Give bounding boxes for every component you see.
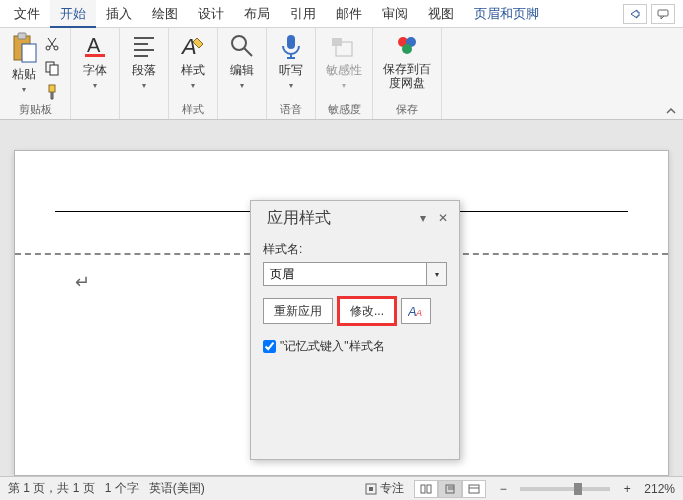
svg-rect-10 (85, 54, 105, 57)
view-read-button[interactable] (414, 480, 438, 498)
svg-text:A: A (87, 34, 101, 56)
zoom-out-button[interactable]: − (496, 482, 510, 496)
microphone-icon (277, 32, 305, 60)
svg-point-5 (54, 46, 58, 50)
tab-insert[interactable]: 插入 (96, 0, 142, 28)
view-web-button[interactable] (462, 480, 486, 498)
styles-label: 样式 (181, 62, 205, 79)
style-name-combo: ▾ (263, 262, 447, 286)
svg-rect-29 (427, 485, 431, 493)
font-label: 字体 (83, 62, 107, 79)
ribbon-group-voice: 听写 ▾ 语音 (267, 28, 316, 119)
ribbon-group-styles: A 样式 ▾ 样式 (169, 28, 218, 119)
cut-button[interactable] (44, 36, 60, 52)
pane-close-button[interactable]: ✕ (433, 208, 453, 228)
svg-text:A: A (180, 34, 197, 59)
svg-rect-8 (49, 85, 55, 92)
pane-titlebar[interactable]: 应用样式 ▾ ✕ (251, 201, 459, 235)
status-pages[interactable]: 第 1 页，共 1 页 (8, 480, 95, 497)
svg-rect-20 (332, 38, 342, 46)
print-layout-icon (444, 484, 456, 494)
zoom-slider[interactable] (520, 487, 610, 491)
voice-group-label: 语音 (280, 101, 302, 117)
pane-options-button[interactable]: ▾ (413, 208, 433, 228)
style-name-label: 样式名: (263, 241, 447, 258)
svg-rect-2 (18, 33, 26, 39)
status-words[interactable]: 1 个字 (105, 480, 139, 497)
styles-button[interactable]: A 样式 ▾ (179, 32, 207, 90)
styles-group-label: 样式 (182, 101, 204, 117)
zoom-in-button[interactable]: + (620, 482, 634, 496)
focus-icon (365, 483, 377, 495)
ribbon-group-save: 保存到百度网盘 保存 (373, 28, 442, 119)
status-language[interactable]: 英语(美国) (149, 480, 205, 497)
status-bar: 第 1 页，共 1 页 1 个字 英语(美国) 专注 − + 212% (0, 476, 683, 500)
style-name-dropdown-button[interactable]: ▾ (426, 263, 446, 285)
tab-layout[interactable]: 布局 (234, 0, 280, 28)
sensitivity-label: 敏感性 (326, 62, 362, 79)
styles-pane-launcher-button[interactable]: AA (401, 298, 431, 324)
svg-rect-3 (22, 44, 36, 62)
chevron-down-icon: ▾ (93, 81, 97, 90)
share-button[interactable] (623, 4, 647, 24)
ribbon-group-editing: 编辑 ▾ (218, 28, 267, 119)
tab-design[interactable]: 设计 (188, 0, 234, 28)
svg-point-16 (232, 36, 246, 50)
svg-rect-28 (421, 485, 425, 493)
focus-mode-button[interactable]: 专注 (365, 480, 404, 497)
format-painter-button[interactable] (44, 84, 60, 100)
brush-icon (44, 84, 60, 100)
editing-button[interactable]: 编辑 ▾ (228, 32, 256, 90)
chevron-down-icon: ▾ (342, 81, 346, 90)
baidu-save-button[interactable]: 保存到百度网盘 (383, 32, 431, 91)
save-group-label: 保存 (396, 101, 418, 117)
paragraph-button[interactable]: 段落 ▾ (130, 32, 158, 90)
comment-icon (657, 8, 669, 20)
sensitivity-group-label: 敏感度 (328, 101, 361, 117)
tab-file[interactable]: 文件 (4, 0, 50, 28)
ribbon: 粘贴 ▾ 剪贴板 A 字体 ▾ 段落 ▾ (0, 28, 683, 120)
share-icon (629, 8, 641, 20)
dictate-button[interactable]: 听写 ▾ (277, 32, 305, 90)
tab-draw[interactable]: 绘图 (142, 0, 188, 28)
copy-icon (44, 60, 60, 76)
tab-references[interactable]: 引用 (280, 0, 326, 28)
pane-title-text: 应用样式 (267, 208, 413, 229)
svg-rect-27 (369, 487, 373, 491)
tab-home[interactable]: 开始 (50, 0, 96, 28)
ribbon-collapse-button[interactable] (659, 103, 683, 119)
tab-review[interactable]: 审阅 (372, 0, 418, 28)
reapply-button[interactable]: 重新应用 (263, 298, 333, 324)
paragraph-mark: ↵ (75, 271, 90, 293)
tab-header-footer[interactable]: 页眉和页脚 (464, 0, 549, 28)
svg-text:A: A (415, 308, 422, 318)
chevron-up-icon (665, 105, 677, 117)
chevron-down-icon: ▾ (240, 81, 244, 90)
autocomplete-checkbox-row[interactable]: "记忆式键入"样式名 (263, 338, 447, 355)
web-layout-icon (468, 484, 480, 494)
sensitivity-button[interactable]: 敏感性 ▾ (326, 32, 362, 90)
autocomplete-checkbox[interactable] (263, 340, 276, 353)
svg-rect-7 (50, 65, 58, 75)
font-button[interactable]: A 字体 ▾ (81, 32, 109, 90)
modify-button[interactable]: 修改... (339, 298, 395, 324)
view-mode-buttons (414, 480, 486, 498)
zoom-slider-thumb[interactable] (574, 483, 582, 495)
ribbon-group-paragraph: 段落 ▾ (120, 28, 169, 119)
view-print-button[interactable] (438, 480, 462, 498)
styles-pane-icon: AA (408, 304, 424, 318)
paste-icon (10, 32, 38, 64)
font-icon: A (81, 32, 109, 60)
style-name-input[interactable] (264, 263, 426, 285)
tab-bar: 文件 开始 插入 绘图 设计 布局 引用 邮件 审阅 视图 页眉和页脚 (0, 0, 683, 28)
baidu-label: 保存到百度网盘 (383, 62, 431, 91)
paragraph-label: 段落 (132, 62, 156, 79)
copy-button[interactable] (44, 60, 60, 76)
comments-button[interactable] (651, 4, 675, 24)
svg-point-23 (402, 44, 412, 54)
chevron-down-icon: ▾ (289, 81, 293, 90)
tab-mail[interactable]: 邮件 (326, 0, 372, 28)
tab-view[interactable]: 视图 (418, 0, 464, 28)
paste-button[interactable]: 粘贴 ▾ (10, 32, 38, 94)
zoom-level[interactable]: 212% (644, 482, 675, 496)
